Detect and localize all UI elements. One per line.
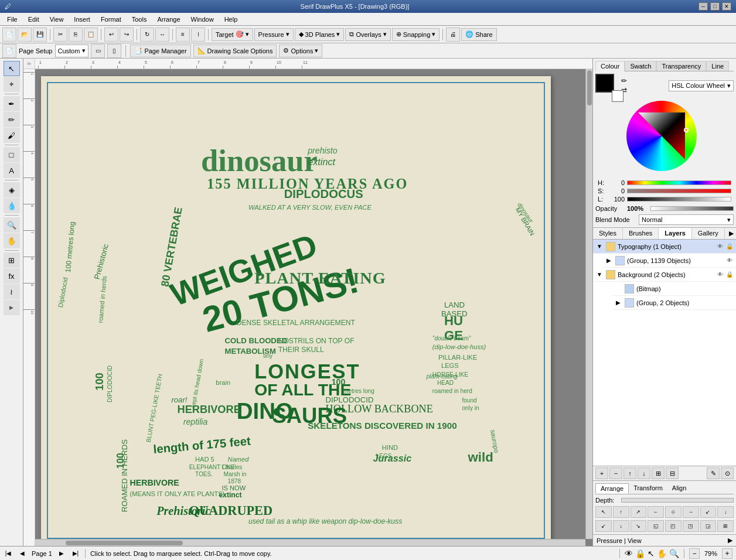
s-slider[interactable]: [627, 189, 731, 193]
layer-eye-typography[interactable]: 👁: [716, 243, 724, 251]
pen-tool[interactable]: ✒: [4, 96, 20, 111]
distribute-btn[interactable]: ⁞: [191, 28, 205, 42]
fx-tool[interactable]: fx: [4, 268, 20, 284]
layer-bitmap[interactable]: (Bitmap): [612, 282, 736, 296]
page-next-button[interactable]: ▶: [57, 549, 66, 558]
select-tool[interactable]: ↖: [4, 61, 20, 76]
layers-add-button[interactable]: +: [595, 467, 608, 479]
cut-button[interactable]: ✂: [53, 28, 67, 42]
menu-insert[interactable]: Insert: [69, 15, 95, 24]
page-manager-button[interactable]: 📑 Page Manager: [130, 45, 190, 57]
tab-gallery[interactable]: Gallery: [692, 228, 725, 239]
page-last-button[interactable]: ▶|: [71, 549, 80, 558]
zoom-tool[interactable]: 🔍: [4, 217, 20, 233]
orientation-landscape[interactable]: ▯: [107, 44, 121, 58]
layer-eye-group1139[interactable]: 👁: [725, 257, 734, 265]
expand-tools[interactable]: ▶: [4, 300, 20, 315]
eyedropper-tool[interactable]: 💧: [4, 198, 20, 213]
arr-btn-0[interactable]: ↖: [595, 506, 612, 518]
layers-move-down-button[interactable]: ↓: [638, 467, 650, 479]
menu-view[interactable]: View: [45, 15, 69, 24]
layer-lock-typography[interactable]: 🔒: [725, 243, 734, 251]
arr-btn-2[interactable]: ↗: [631, 506, 647, 518]
zoom-out-button[interactable]: −: [689, 548, 700, 559]
menu-arrange[interactable]: Arrange: [152, 15, 185, 24]
layer-background[interactable]: ▼ Background (2 Objects) 👁 🔒: [593, 268, 736, 282]
tab-transparency[interactable]: Transparency: [656, 61, 706, 71]
maximize-button[interactable]: □: [710, 2, 720, 11]
undo-button[interactable]: ↩: [104, 28, 118, 42]
tab-transform[interactable]: Transform: [629, 483, 667, 494]
tab-align-arrange[interactable]: Align: [667, 483, 691, 494]
tab-swatch[interactable]: Swatch: [625, 61, 656, 71]
menu-format[interactable]: Format: [96, 15, 126, 24]
layer-lock-background[interactable]: 🔒: [725, 271, 734, 279]
arr-btn-14[interactable]: ◲: [700, 520, 717, 532]
paste-button[interactable]: 📋: [84, 28, 98, 42]
drawing-scale-button[interactable]: 📐 Drawing Scale Options: [193, 45, 277, 57]
shape-tool[interactable]: □: [4, 147, 20, 162]
colour-wheel-cursor[interactable]: [684, 128, 689, 132]
planes-dropdown[interactable]: ◆ 3D Planes ▾: [295, 28, 345, 41]
tab-brushes[interactable]: Brushes: [623, 228, 659, 239]
opacity-slider[interactable]: [650, 206, 734, 211]
layers-panel-arrow[interactable]: ▶: [727, 228, 736, 239]
orientation-portrait[interactable]: ▭: [91, 44, 105, 58]
layers-properties-button[interactable]: ⊙: [721, 467, 734, 479]
transform-tool[interactable]: ⊞: [4, 252, 20, 268]
colour-wheel-wrapper[interactable]: [626, 101, 703, 177]
arr-btn-1[interactable]: ↑: [613, 506, 629, 518]
text-tool[interactable]: A: [4, 163, 20, 178]
tab-arrange[interactable]: Arrange: [595, 483, 629, 494]
h-slider[interactable]: [627, 180, 731, 185]
colour-mode-dropdown[interactable]: HSL Colour Wheel ▾: [669, 80, 734, 91]
status-icon-hand[interactable]: ✋: [657, 549, 667, 558]
status-icon-pointer[interactable]: ↖: [648, 549, 655, 558]
menu-help[interactable]: Help: [220, 15, 243, 24]
redo-button[interactable]: ↪: [120, 28, 134, 42]
layer-group-1139[interactable]: ▶ (Group, 1139 Objects) 👁: [602, 254, 736, 268]
layer-expand-background[interactable]: ▼: [595, 271, 604, 279]
pan-tool[interactable]: ✋: [4, 233, 20, 248]
tab-line[interactable]: Line: [706, 61, 729, 71]
layers-merge-button[interactable]: ⊞: [652, 467, 665, 479]
arr-btn-10[interactable]: ↘: [631, 520, 647, 532]
arr-btn-3[interactable]: ←: [648, 506, 664, 518]
align-btn[interactable]: ≡: [176, 28, 190, 42]
layer-group-2[interactable]: ▶ (Group, 2 Objects): [612, 296, 736, 310]
window-controls[interactable]: ─ □ ✕: [698, 2, 731, 11]
menu-edit[interactable]: Edit: [23, 15, 44, 24]
layer-typography[interactable]: ▼ Typography (1 Object) 👁 🔒: [593, 240, 736, 254]
page-first-button[interactable]: |◀: [4, 549, 13, 558]
layer-expand-group2[interactable]: ▶: [614, 299, 622, 307]
layer-expand-group1139[interactable]: ▶: [605, 257, 613, 265]
custom-dropdown[interactable]: Custom ▾: [55, 45, 89, 57]
vertical-scrollbar[interactable]: [585, 69, 592, 539]
scrollbar-thumb-h[interactable]: [66, 541, 183, 545]
layer-expand-typography[interactable]: ▼: [595, 243, 604, 251]
arr-btn-8[interactable]: ↙: [595, 520, 612, 532]
background-swatch[interactable]: [612, 90, 623, 102]
print-button[interactable]: 🖨: [446, 28, 460, 42]
copy-button[interactable]: ⎘: [69, 28, 83, 42]
pencil-tool[interactable]: ✏: [4, 112, 20, 127]
tab-layers[interactable]: Layers: [659, 228, 691, 239]
layers-flatten-button[interactable]: ⊟: [666, 467, 679, 479]
warp-tool[interactable]: ≀: [4, 284, 20, 299]
overlays-dropdown[interactable]: ⧉ Overlays ▾: [345, 28, 390, 41]
node-tool[interactable]: ⌖: [4, 77, 20, 92]
arr-btn-4[interactable]: ⊹: [665, 506, 682, 518]
rotate-button[interactable]: ↻: [140, 28, 154, 42]
layers-remove-button[interactable]: −: [609, 467, 622, 479]
colour-swatches[interactable]: [595, 74, 619, 97]
arr-btn-15[interactable]: ⊞: [717, 520, 734, 532]
tab-styles[interactable]: Styles: [593, 228, 623, 239]
minimize-button[interactable]: ─: [698, 2, 708, 11]
depth-slider[interactable]: [621, 498, 734, 503]
menu-tools[interactable]: Tools: [127, 15, 152, 24]
status-icon-lock[interactable]: 🔒: [635, 549, 645, 558]
pressure-dropdown[interactable]: Pressure ▾: [254, 28, 294, 41]
tab-colour[interactable]: Colour: [595, 61, 625, 71]
new-button[interactable]: 📄: [2, 28, 16, 42]
save-button[interactable]: 💾: [33, 28, 47, 42]
